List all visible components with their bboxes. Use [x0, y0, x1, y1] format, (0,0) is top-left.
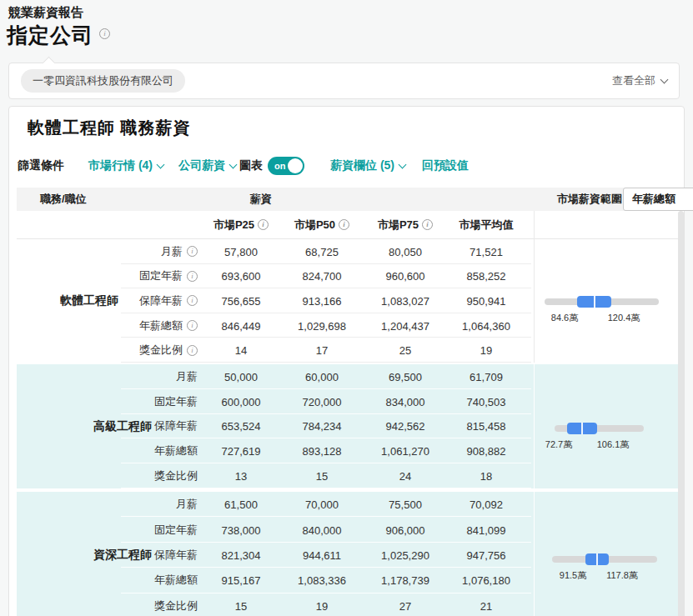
value-cell: 947,756 — [445, 549, 527, 562]
row-label-text: 年薪總額 — [154, 443, 198, 458]
row-label-text: 獎金比例 — [139, 343, 183, 358]
row-info-icon[interactable] — [187, 271, 198, 282]
value-cell: 14 — [200, 344, 282, 357]
p75-info-icon[interactable] — [422, 219, 433, 230]
row-label: 獎金比例 — [100, 598, 198, 613]
salary-panel: 軟體工程師 職務薪資 篩選條件 市場行情 (4) 公司薪資 圖表 on 薪資欄位… — [8, 106, 685, 616]
range-max-label: 106.1萬 — [597, 438, 630, 451]
row-label-text: 年薪總額 — [139, 318, 183, 333]
value-cell: 60,000 — [281, 370, 363, 383]
market-filter-label: 市場行情 (4) — [88, 158, 153, 173]
row-info-icon[interactable] — [187, 246, 198, 257]
value-cell: 821,304 — [200, 549, 282, 562]
value-cell: 653,524 — [200, 420, 282, 433]
value-cell: 1,204,437 — [364, 319, 446, 332]
chevron-down-icon — [399, 161, 407, 169]
range-min-label: 91.5萬 — [560, 569, 586, 582]
value-cell: 784,234 — [281, 420, 363, 433]
reset-defaults-label: 回預設值 — [422, 158, 469, 173]
col-header-range: 市場薪資範圍 — [557, 192, 622, 207]
vertical-scrollbar[interactable] — [678, 211, 684, 616]
view-all-label: 查看全部 — [612, 73, 655, 88]
row-label: 固定年薪 — [100, 268, 198, 283]
row-info-icon[interactable] — [187, 320, 198, 331]
value-cell: 727,619 — [200, 445, 282, 458]
filter-bar-label: 篩選條件 — [18, 155, 64, 177]
value-cell: 841,099 — [445, 523, 527, 536]
row-label-text: 保障年薪 — [139, 293, 183, 308]
value-cell: 80,050 — [364, 245, 446, 258]
chart-toggle-label: 圖表 — [239, 158, 263, 173]
table-row: 獎金比例14172519 — [17, 338, 678, 363]
row-label-text: 月薪 — [161, 244, 183, 259]
value-cell: 913,166 — [281, 294, 363, 307]
value-cell: 960,600 — [364, 270, 446, 283]
table-row: 月薪50,00060,00069,50061,709 — [17, 364, 678, 389]
value-cell: 740,503 — [445, 395, 527, 408]
value-cell: 27 — [364, 599, 446, 612]
value-cell: 18 — [445, 470, 527, 483]
chart-toggle[interactable]: on — [268, 157, 304, 175]
salary-info-icon[interactable] — [250, 194, 261, 205]
page-title-row: 指定公司 — [7, 22, 110, 49]
value-cell: 942,562 — [364, 420, 446, 433]
company-card: 一零四資訊科技股份有限公司 查看全部 — [8, 63, 680, 99]
row-label: 年薪總額 — [100, 318, 198, 333]
company-salary-dropdown[interactable]: 公司薪資 — [178, 155, 236, 177]
table-row: 獎金比例15192721 — [17, 593, 678, 616]
row-label-text: 年薪總額 — [154, 573, 198, 588]
value-cell: 846,449 — [200, 319, 282, 332]
row-label: 月薪 — [100, 369, 198, 384]
competitor-salary-report-page: 競業薪資報告 指定公司 一零四資訊科技股份有限公司 查看全部 軟體工程師 職務薪… — [0, 0, 693, 616]
title-info-icon[interactable] — [99, 28, 110, 39]
value-cell: 25 — [364, 344, 446, 357]
table-row: 獎金比例13152418 — [17, 463, 678, 488]
salary-table: 職務/職位 薪資 市場薪資範圍 年薪總額 市場P25 市場P50 市 — [17, 188, 678, 616]
row-label-text: 獎金比例 — [154, 468, 198, 483]
row-label: 保障年薪 — [100, 418, 198, 433]
chart-toggle-group: 圖表 on — [239, 155, 304, 177]
value-cell: 1,083,336 — [281, 574, 363, 587]
row-label: 年薪總額 — [100, 443, 198, 458]
row-label: 年薪總額 — [100, 573, 198, 588]
subheader-p50: 市場P50 — [281, 218, 363, 233]
value-cell: 693,600 — [200, 270, 282, 283]
value-cell: 600,000 — [200, 395, 282, 408]
range-max-label: 117.8萬 — [606, 569, 638, 582]
value-cell: 756,655 — [200, 294, 282, 307]
value-cell: 720,000 — [281, 395, 363, 408]
row-label: 保障年薪 — [100, 293, 198, 308]
value-cell: 915,167 — [200, 574, 282, 587]
value-cell: 75,500 — [364, 498, 446, 511]
value-cell: 1,083,027 — [364, 294, 446, 307]
row-label-text: 固定年薪 — [139, 268, 183, 283]
range-metric-select[interactable]: 年薪總額 — [623, 188, 693, 211]
slider-range-fill — [585, 553, 609, 565]
company-chip[interactable]: 一零四資訊科技股份有限公司 — [21, 69, 185, 93]
card-notch — [43, 57, 56, 70]
market-filter-dropdown[interactable]: 市場行情 (4) — [88, 155, 163, 177]
row-info-icon[interactable] — [187, 295, 198, 306]
salary-columns-dropdown[interactable]: 薪資欄位 (5) — [330, 155, 405, 177]
row-label-text: 固定年薪 — [154, 523, 198, 538]
value-cell: 15 — [200, 599, 282, 612]
value-cell: 815,458 — [445, 420, 527, 433]
table-row: 年薪總額846,4491,029,6981,204,4371,064,360 — [17, 313, 678, 338]
value-cell: 858,252 — [445, 270, 527, 283]
value-cell: 50,000 — [200, 370, 282, 383]
table-row: 固定年薪693,600824,700960,600858,252 — [17, 264, 678, 289]
range-min-label: 72.7萬 — [545, 438, 572, 451]
table-row: 月薪61,50070,00075,50070,092 — [17, 492, 678, 517]
toggle-on-text: on — [274, 161, 285, 171]
value-cell: 13 — [200, 470, 282, 483]
p25-info-icon[interactable] — [258, 219, 269, 230]
row-label: 月薪 — [100, 244, 198, 259]
report-label: 競業薪資報告 — [8, 5, 83, 21]
row-info-icon[interactable] — [187, 345, 198, 356]
p50-info-icon[interactable] — [339, 219, 349, 230]
reset-defaults-link[interactable]: 回預設值 — [422, 155, 469, 177]
value-cell: 1,025,290 — [364, 549, 446, 562]
value-cell: 70,000 — [281, 498, 363, 511]
view-all-link[interactable]: 查看全部 — [612, 73, 667, 88]
toggle-knob — [288, 158, 303, 173]
